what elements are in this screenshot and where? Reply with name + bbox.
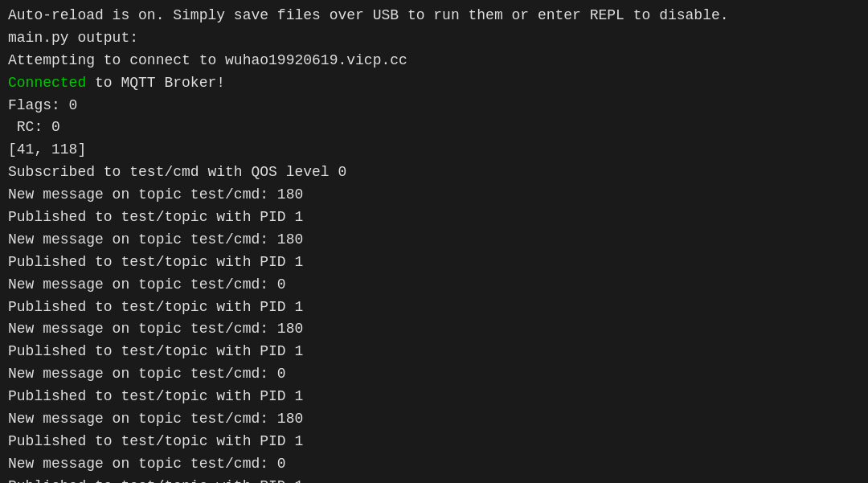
terminal-line: Connected to MQTT Broker! bbox=[8, 72, 860, 95]
terminal-line: main.py output: bbox=[8, 27, 860, 50]
terminal-line: [41, 118] bbox=[8, 139, 860, 162]
connected-keyword: Connected bbox=[8, 75, 86, 91]
terminal-line: Attempting to connect to wuhao19920619.v… bbox=[8, 50, 860, 72]
terminal-line: Published to test/topic with PID 1 bbox=[8, 386, 860, 408]
terminal-line: Published to test/topic with PID 1 bbox=[8, 431, 860, 453]
terminal-output: Auto-reload is on. Simply save files ove… bbox=[0, 0, 868, 483]
terminal-line: New message on topic test/cmd: 180 bbox=[8, 229, 860, 252]
terminal-line: New message on topic test/cmd: 180 bbox=[8, 318, 860, 341]
terminal-line: New message on topic test/cmd: 180 bbox=[8, 408, 860, 431]
terminal-line: New message on topic test/cmd: 0 bbox=[8, 453, 860, 476]
terminal-line: New message on topic test/cmd: 0 bbox=[8, 274, 860, 297]
terminal-line: Published to test/topic with PID 1 bbox=[8, 341, 860, 363]
terminal-line: New message on topic test/cmd: 180 bbox=[8, 184, 860, 207]
terminal-line: Flags: 0 bbox=[8, 95, 860, 117]
connected-rest: to MQTT Broker! bbox=[86, 75, 225, 91]
terminal-line: Published to test/topic with PID 1 bbox=[8, 297, 860, 319]
terminal-line: Published to test/topic with PID 1 bbox=[8, 252, 860, 274]
terminal-line: Subscribed to test/cmd with QOS level 0 bbox=[8, 162, 860, 184]
terminal-line: New message on topic test/cmd: 0 bbox=[8, 363, 860, 386]
terminal-line: Published to test/topic with PID 1 bbox=[8, 476, 860, 483]
terminal-line: Auto-reload is on. Simply save files ove… bbox=[8, 5, 860, 27]
terminal-line: RC: 0 bbox=[8, 117, 860, 139]
terminal-line: Published to test/topic with PID 1 bbox=[8, 207, 860, 229]
